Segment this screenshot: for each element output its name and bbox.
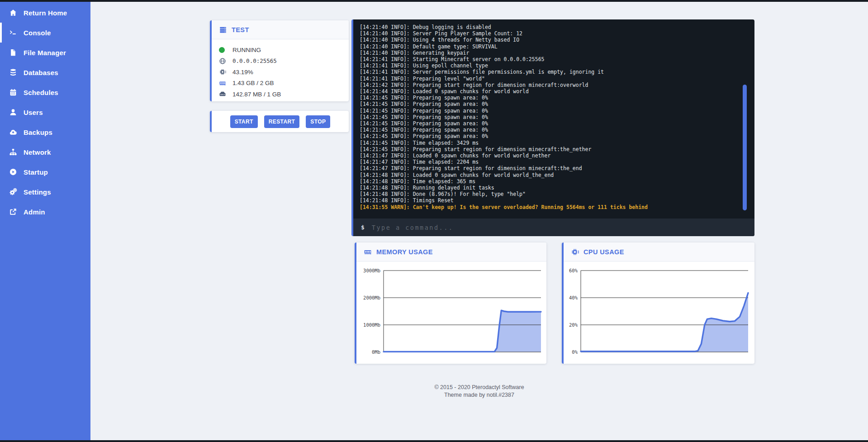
console-log-line: [14:21:45 INFO]: Preparing spawn area: 0… [360, 133, 739, 139]
console-log-line: [14:21:45 INFO]: Preparing start region … [360, 146, 739, 152]
console-log-line: [14:21:48 INFO]: Done (8.967s)! For help… [360, 191, 739, 197]
footer-theme-credit: Theme made by notil.#2387 [90, 391, 868, 399]
console-log-line: [14:31:55 WARN]: Can't keep up! Is the s… [360, 204, 739, 210]
console-log-line: [14:21:45 INFO]: Preparing spawn area: 0… [360, 127, 739, 133]
console-log-line: [14:21:41 INFO]: Starting Minecraft serv… [360, 56, 739, 62]
console-log[interactable]: [14:21:40 INFO]: Debug logging is disabl… [360, 24, 739, 210]
command-prompt-symbol: $ [361, 224, 365, 231]
console-log-line: [14:21:47 INFO]: Time elapsed: 2204 ms [360, 159, 739, 165]
console-log-line: [14:21:45 INFO]: Time elapsed: 3429 ms [360, 140, 739, 146]
external-link-icon [8, 208, 18, 216]
command-input[interactable] [372, 224, 747, 231]
console-log-line: [14:21:48 INFO]: Timings Reset [360, 197, 739, 204]
svg-text:20%: 20% [569, 322, 578, 328]
sidebar-item-label: Users [24, 109, 43, 116]
sidebar-item-databases[interactable]: Databases [0, 62, 90, 82]
svg-text:0Mb: 0Mb [372, 349, 380, 355]
svg-text:2000Mb: 2000Mb [363, 295, 380, 300]
server-stat-value: 0.0.0.0:25565 [232, 57, 277, 64]
hdd-icon [219, 90, 228, 98]
server-stat-row: 43.19% [219, 67, 342, 78]
console-log-line: [14:21:40 INFO]: Using 4 threads for Net… [360, 37, 739, 43]
memory-usage-title: MEMORY USAGE [376, 248, 433, 256]
sidebar-item-return-home[interactable]: Return Home [0, 3, 90, 23]
sidebar-item-schedules[interactable]: Schedules [0, 82, 90, 102]
sidebar-item-users[interactable]: Users [0, 102, 90, 122]
restart-button[interactable]: RESTART [264, 115, 300, 128]
console-log-line: [14:21:45 INFO]: Preparing spawn area: 0… [360, 108, 739, 114]
sidebar-item-label: File Manager [24, 49, 66, 57]
console-log-line: [14:21:45 INFO]: Preparing spawn area: 0… [360, 101, 739, 107]
status-dot [219, 47, 228, 53]
console-log-line: [14:21:40 INFO]: Debug logging is disabl… [360, 24, 739, 30]
sidebar-item-label: Console [24, 29, 51, 37]
console-log-line: [14:21:45 INFO]: Preparing spawn area: 0… [360, 95, 739, 101]
sidebar-item-label: Databases [24, 69, 58, 76]
sidebar-item-label: Schedules [24, 89, 58, 96]
start-button[interactable]: START [230, 115, 258, 128]
memory-chart-body: 0Mb1000Mb2000Mb3000Mb [356, 261, 546, 364]
server-stat-row: 1.43 GB / 2 GB [219, 78, 342, 89]
console-log-line: [14:21:40 INFO]: Generating keypair [360, 50, 739, 56]
sidebar-item-settings[interactable]: Settings [0, 182, 90, 202]
server-stat-row: 142.87 MB / 1 GB [219, 89, 342, 100]
calendar-icon [8, 88, 18, 96]
memory-icon [219, 80, 228, 87]
cpu-chart-body: 0%20%40%60% [564, 261, 754, 364]
console-log-line: [14:21:41 INFO]: Server permissions file… [360, 69, 739, 75]
sidebar-item-startup[interactable]: Startup [0, 162, 90, 182]
home-icon [8, 9, 18, 17]
globe-icon [219, 57, 228, 65]
console-log-line: [14:21:41 INFO]: Preparing level "world" [360, 76, 739, 82]
svg-text:40%: 40% [569, 295, 578, 300]
terminal-icon [8, 29, 18, 37]
server-stat-value: 1.43 GB / 2 GB [232, 80, 274, 86]
svg-text:60%: 60% [569, 268, 578, 273]
memory-usage-chart: 0Mb1000Mb2000Mb3000Mb [356, 261, 548, 364]
console-log-line: [14:21:42 INFO]: Preparing start region … [360, 82, 739, 88]
console-card: [14:21:40 INFO]: Debug logging is disabl… [351, 19, 754, 236]
console-log-line: [14:21:45 INFO]: Preparing spawn area: 0… [360, 120, 739, 127]
console-log-line: [14:21:48 INFO]: Loaded 0 spawn chunks f… [360, 172, 739, 178]
console-log-line: [14:21:45 INFO]: Preparing spawn area: 0… [360, 114, 739, 120]
console-log-line: [14:21:48 INFO]: Running delayed init ta… [360, 185, 739, 191]
footer-copyright: © 2015 - 2020 Pterodactyl Software [90, 384, 868, 391]
sidebar-item-admin[interactable]: Admin [0, 202, 90, 222]
power-actions-card: STARTRESTARTSTOP [210, 111, 349, 132]
gears-icon [8, 188, 18, 196]
network-icon [8, 148, 18, 156]
svg-text:3000Mb: 3000Mb [363, 268, 380, 273]
sidebar-nav: Return HomeConsoleFile ManagerDatabasesS… [0, 2, 90, 222]
sidebar-item-label: Network [24, 148, 51, 156]
stop-button[interactable]: STOP [306, 115, 330, 128]
console-scrollbar[interactable] [743, 85, 747, 210]
console-log-line: [14:21:40 INFO]: Server Ping Player Samp… [360, 30, 739, 37]
sidebar-item-network[interactable]: Network [0, 142, 90, 162]
sidebar-item-label: Admin [24, 208, 45, 216]
status-dot [219, 47, 225, 53]
memory-icon [364, 248, 372, 256]
cpu-usage-title: CPU USAGE [583, 248, 624, 256]
server-stat-value: RUNNING [232, 47, 261, 53]
svg-text:0%: 0% [572, 349, 578, 355]
sidebar-item-console[interactable]: Console [0, 23, 90, 43]
console-log-line: [14:21:41 INFO]: Using epoll channel typ… [360, 62, 739, 69]
server-stat-value: 142.87 MB / 1 GB [232, 91, 281, 98]
cloud-download-icon [8, 128, 18, 136]
server-icon [219, 26, 227, 34]
memory-usage-card: MEMORY USAGE 0Mb1000Mb2000Mb3000Mb [355, 242, 546, 364]
console-log-line: [14:21:40 INFO]: Default game type: SURV… [360, 43, 739, 50]
console-log-line: [14:21:47 INFO]: Loaded 0 spawn chunks f… [360, 152, 739, 159]
server-stats: RUNNING0.0.0.0:2556543.19%1.43 GB / 2 GB… [212, 39, 349, 100]
cpu-usage-card: CPU USAGE 0%20%40%60% [562, 242, 754, 364]
footer: © 2015 - 2020 Pterodactyl Software Theme… [90, 384, 868, 399]
sidebar-item-backups[interactable]: Backups [0, 122, 90, 142]
sidebar-item-label: Return Home [24, 9, 67, 17]
console-log-line: [14:21:44 INFO]: Loaded 0 spawn chunks f… [360, 88, 739, 95]
play-circle-icon [8, 168, 18, 176]
file-icon [8, 48, 18, 57]
user-icon [8, 108, 18, 116]
sidebar-item-file-manager[interactable]: File Manager [0, 43, 90, 62]
microchip-icon [219, 68, 228, 76]
sidebar-item-label: Settings [24, 188, 51, 196]
